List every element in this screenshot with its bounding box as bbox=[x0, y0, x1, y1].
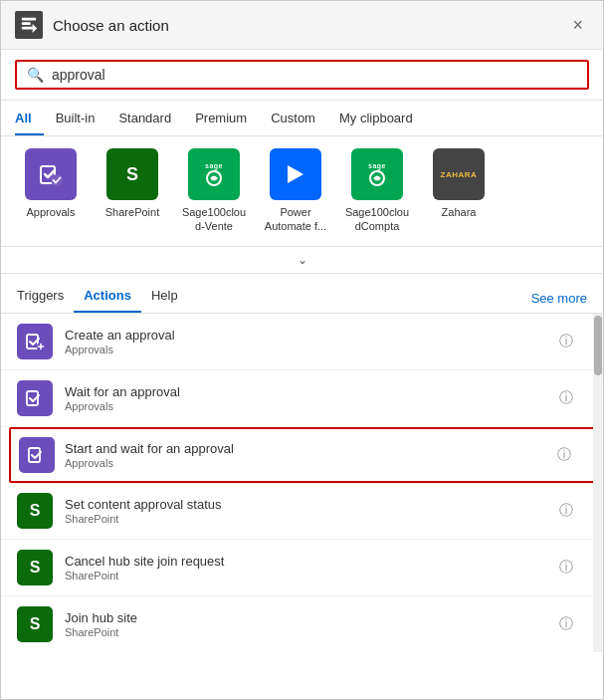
cancel-hub-join-name: Cancel hub site join request bbox=[65, 554, 553, 569]
tab-all[interactable]: All bbox=[15, 107, 44, 135]
create-approval-info-icon[interactable]: ⓘ bbox=[559, 333, 573, 350]
connector-power-automate[interactable]: Power Automate f... bbox=[260, 148, 331, 234]
connector-zahara[interactable]: ZAHARA Zahara bbox=[423, 148, 495, 234]
wait-approval-source: Approvals bbox=[65, 400, 553, 412]
zahara-connector-icon: ZAHARA bbox=[433, 148, 485, 200]
cancel-hub-join-text: Cancel hub site join request SharePoint bbox=[65, 554, 553, 582]
sage-compta-connector-icon: sage bbox=[351, 148, 403, 200]
tab-premium[interactable]: Premium bbox=[183, 107, 259, 135]
zahara-connector-label: Zahara bbox=[442, 205, 477, 219]
expand-row: ⌄ bbox=[1, 247, 603, 274]
tab-standard[interactable]: Standard bbox=[106, 107, 183, 135]
svg-rect-2 bbox=[22, 27, 34, 30]
set-content-approval-name: Set content approval status bbox=[65, 497, 553, 512]
power-automate-connector-label: Power Automate f... bbox=[260, 205, 331, 234]
set-content-approval-icon: S bbox=[17, 493, 53, 529]
wait-approval-text: Wait for an approval Approvals bbox=[65, 384, 553, 412]
svg-marker-3 bbox=[33, 24, 38, 33]
see-more-button[interactable]: See more bbox=[531, 291, 587, 306]
sub-tab-actions[interactable]: Actions bbox=[74, 284, 141, 313]
set-content-approval-text: Set content approval status SharePoint bbox=[65, 497, 553, 525]
sub-tabs-row: Triggers Actions Help See more bbox=[1, 274, 603, 314]
connector-sage-compta[interactable]: sage Sage100clou dCompta bbox=[341, 148, 413, 234]
sub-tab-triggers[interactable]: Triggers bbox=[17, 284, 74, 313]
sage-vente-connector-label: Sage100clou d-Vente bbox=[178, 205, 250, 234]
start-wait-approval-name: Start and wait for an approval bbox=[65, 441, 551, 456]
join-hub-site-icon: S bbox=[17, 606, 53, 642]
search-icon: 🔍 bbox=[27, 67, 44, 83]
action-set-content-approval[interactable]: S Set content approval status SharePoint… bbox=[1, 483, 603, 540]
action-create-approval[interactable]: Create an approval Approvals ⓘ bbox=[1, 314, 603, 370]
wait-approval-icon bbox=[17, 380, 53, 416]
header-icon bbox=[15, 11, 43, 39]
search-area: 🔍 bbox=[1, 50, 603, 101]
approvals-connector-icon bbox=[25, 148, 77, 200]
sub-tab-help[interactable]: Help bbox=[141, 284, 188, 313]
start-wait-approval-info-icon[interactable]: ⓘ bbox=[557, 446, 571, 464]
close-button[interactable]: × bbox=[566, 13, 589, 38]
action-wait-approval[interactable]: Wait for an approval Approvals ⓘ bbox=[1, 370, 603, 427]
sharepoint-connector-icon: S bbox=[106, 148, 158, 200]
create-approval-icon bbox=[17, 324, 53, 359]
cancel-hub-join-icon: S bbox=[17, 550, 53, 585]
set-content-approval-info-icon[interactable]: ⓘ bbox=[559, 502, 573, 520]
action-join-hub-site[interactable]: S Join hub site SharePoint ⓘ bbox=[1, 596, 603, 652]
set-content-approval-source: SharePoint bbox=[65, 513, 553, 525]
tab-built-in[interactable]: Built-in bbox=[44, 107, 107, 135]
svg-rect-0 bbox=[22, 18, 36, 21]
create-approval-text: Create an approval Approvals bbox=[65, 328, 553, 355]
power-automate-connector-icon bbox=[270, 148, 321, 200]
tab-custom[interactable]: Custom bbox=[259, 107, 327, 135]
approvals-connector-label: Approvals bbox=[27, 205, 76, 219]
connectors-area: Approvals S SharePoint sage Sage100clou … bbox=[1, 136, 603, 247]
sharepoint-connector-label: SharePoint bbox=[105, 205, 159, 219]
scrollbar-track bbox=[593, 314, 603, 652]
action-cancel-hub-join[interactable]: S Cancel hub site join request SharePoin… bbox=[1, 540, 603, 596]
expand-button[interactable]: ⌄ bbox=[290, 251, 315, 269]
search-input[interactable] bbox=[52, 67, 577, 83]
scrollbar-thumb[interactable] bbox=[594, 316, 602, 375]
search-box: 🔍 bbox=[15, 60, 589, 90]
connector-approvals[interactable]: Approvals bbox=[15, 148, 87, 234]
modal-title: Choose an action bbox=[53, 17, 566, 34]
modal-header: Choose an action × bbox=[1, 1, 603, 50]
wait-approval-info-icon[interactable]: ⓘ bbox=[559, 389, 573, 407]
join-hub-site-source: SharePoint bbox=[65, 626, 553, 638]
join-hub-site-text: Join hub site SharePoint bbox=[65, 610, 553, 638]
actions-area: Triggers Actions Help See more Create a bbox=[1, 274, 603, 699]
start-wait-approval-text: Start and wait for an approval Approvals bbox=[65, 441, 551, 469]
wait-approval-name: Wait for an approval bbox=[65, 384, 553, 399]
tabs-area: All Built-in Standard Premium Custom My … bbox=[1, 101, 603, 136]
cancel-hub-join-info-icon[interactable]: ⓘ bbox=[559, 559, 573, 577]
tabs-row: All Built-in Standard Premium Custom My … bbox=[15, 107, 589, 135]
create-approval-name: Create an approval bbox=[65, 328, 553, 343]
modal: Choose an action × 🔍 All Built-in Standa… bbox=[0, 0, 604, 700]
tab-my-clipboard[interactable]: My clipboard bbox=[327, 107, 425, 135]
connector-sage-vente[interactable]: sage Sage100clou d-Vente bbox=[178, 148, 250, 234]
create-approval-source: Approvals bbox=[65, 344, 553, 355]
sage-vente-connector-icon: sage bbox=[188, 148, 240, 200]
start-wait-approval-source: Approvals bbox=[65, 457, 551, 469]
start-wait-approval-icon bbox=[19, 437, 55, 473]
action-list: Create an approval Approvals ⓘ Wait for … bbox=[1, 314, 603, 652]
sage-compta-connector-label: Sage100clou dCompta bbox=[341, 205, 413, 234]
svg-rect-1 bbox=[22, 22, 31, 25]
cancel-hub-join-source: SharePoint bbox=[65, 570, 553, 582]
connectors-grid: Approvals S SharePoint sage Sage100clou … bbox=[15, 148, 589, 234]
connector-sharepoint[interactable]: S SharePoint bbox=[97, 148, 168, 234]
join-hub-site-name: Join hub site bbox=[65, 610, 553, 625]
action-start-wait-approval[interactable]: Start and wait for an approval Approvals… bbox=[9, 427, 595, 483]
join-hub-site-info-icon[interactable]: ⓘ bbox=[559, 615, 573, 633]
